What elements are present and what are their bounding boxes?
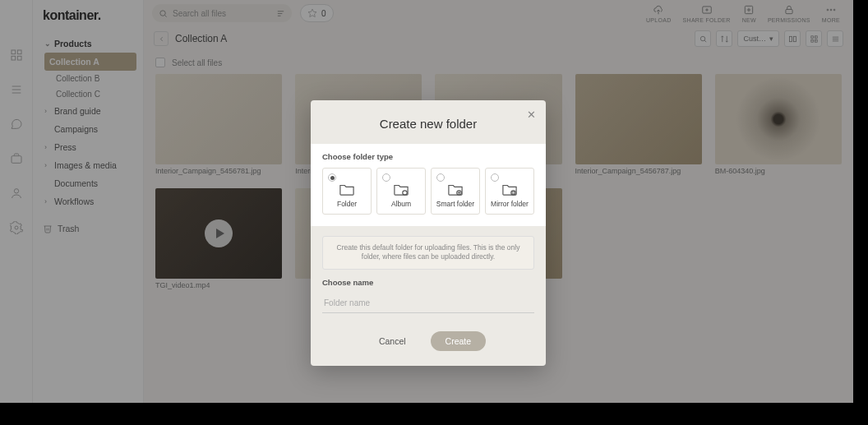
folder-icon: [338, 182, 356, 196]
type-label: Album: [391, 201, 411, 209]
modal-title: Create new folder: [311, 112, 546, 144]
folder-name-input[interactable]: [322, 293, 534, 313]
folder-type-mirror[interactable]: Mirror folder: [485, 168, 534, 215]
close-icon[interactable]: ✕: [527, 109, 536, 121]
folder-type-album[interactable]: Album: [376, 168, 426, 215]
folder-type-folder[interactable]: Folder: [322, 168, 372, 215]
type-label: Smart folder: [436, 201, 474, 209]
album-icon: [392, 182, 410, 196]
cancel-button[interactable]: Cancel: [371, 331, 414, 351]
type-label: Mirror folder: [491, 201, 529, 209]
svg-point-37: [403, 191, 407, 195]
radio[interactable]: [382, 173, 390, 182]
choose-type-label: Choose folder type: [322, 152, 534, 161]
radio[interactable]: [491, 173, 499, 182]
folder-type-smart[interactable]: Smart folder: [431, 168, 480, 215]
create-button[interactable]: Create: [431, 331, 487, 351]
svg-point-39: [511, 191, 515, 195]
choose-name-label: Choose name: [322, 278, 534, 287]
mirror-folder-icon: [501, 182, 519, 196]
type-label: Folder: [337, 201, 357, 209]
type-description: Create this default folder for uploading…: [322, 236, 534, 270]
radio[interactable]: [436, 173, 445, 182]
create-folder-modal: ✕ Create new folder Choose folder type F…: [311, 100, 546, 366]
radio-selected[interactable]: [328, 173, 336, 182]
smart-folder-icon: [446, 182, 464, 196]
